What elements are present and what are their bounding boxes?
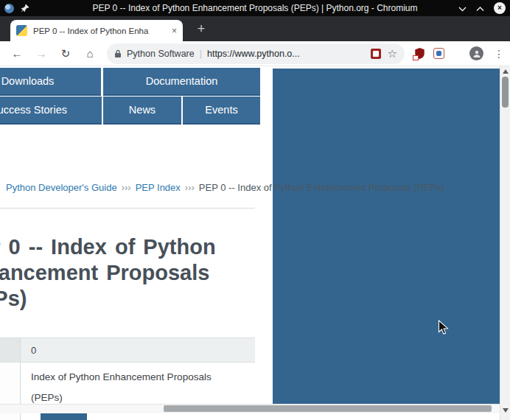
bookmark-star-icon[interactable]: ☆	[388, 47, 397, 60]
lock-icon[interactable]	[114, 49, 122, 58]
nav-dropdown-panel	[273, 69, 500, 404]
table-row: 0	[0, 337, 255, 363]
close-button[interactable]: ×	[494, 2, 506, 14]
new-tab-button[interactable]: +	[193, 21, 209, 38]
url-text[interactable]: https://www.python.o...	[207, 49, 366, 59]
nav-label: Success Stories	[0, 104, 67, 116]
profile-avatar[interactable]	[469, 46, 483, 60]
reload-button[interactable]: ↻	[58, 47, 73, 60]
nav-item-downloads[interactable]: Downloads	[0, 68, 101, 96]
window-title: PEP 0 -- Index of Python Enhancement Pro…	[0, 0, 510, 16]
nav-item-documentation[interactable]: Documentation	[103, 68, 260, 96]
tab-close-icon[interactable]: ×	[172, 26, 177, 36]
table-cell-pep-number: 0	[31, 345, 36, 356]
page-viewport: Downloads Documentation Success Stories …	[0, 66, 500, 420]
browser-tab[interactable]: PEP 0 -- Index of Python Enha ×	[10, 20, 183, 41]
table-left-column	[0, 338, 21, 362]
partial-page-element	[41, 413, 87, 420]
browser-menu-icon[interactable]: ⋮	[494, 48, 504, 60]
nav-label: Downloads	[1, 75, 55, 87]
content-divider	[0, 208, 255, 209]
chromium-icon	[4, 4, 14, 13]
tab-title: PEP 0 -- Index of Python Enha	[33, 27, 167, 35]
horizontal-scrollbar-thumb[interactable]	[164, 405, 492, 412]
minimize-button[interactable]	[458, 1, 467, 15]
vertical-scrollbar[interactable]	[500, 66, 510, 420]
tab-strip: PEP 0 -- Index of Python Enha × +	[0, 16, 510, 41]
breadcrumb: Python Developer's Guide›››PEP Index›››P…	[6, 182, 444, 193]
nav-label: News	[129, 104, 156, 116]
forward-button[interactable]: →	[34, 47, 49, 60]
window-titlebar[interactable]: PEP 0 -- Index of Python Enhancement Pro…	[0, 0, 510, 16]
extension-icon-2[interactable]	[433, 48, 444, 59]
mouse-cursor-icon	[438, 320, 450, 339]
omnibox-separator: |	[200, 49, 202, 59]
breadcrumb-link-dev-guide[interactable]: Python Developer's Guide	[6, 182, 117, 193]
back-button[interactable]: ←	[10, 47, 24, 60]
horizontal-scrollbar[interactable]	[0, 404, 500, 413]
site-identity: Python Software	[127, 49, 195, 59]
nav-label: Events	[205, 104, 237, 116]
pin-icon[interactable]	[21, 4, 29, 13]
nav-label: Documentation	[146, 75, 218, 87]
extension-shield-icon[interactable]	[413, 47, 426, 60]
address-bar[interactable]: Python Software | https://www.python.o..…	[107, 43, 405, 64]
nav-item-success-stories[interactable]: Success Stories	[0, 97, 102, 125]
vertical-scrollbar-thumb[interactable]	[502, 77, 509, 108]
breadcrumb-current: PEP 0 -- Index of Python Enhancement Pro…	[199, 182, 444, 193]
browser-toolbar: ← → ↻ ⌂ Python Software | https://www.py…	[0, 41, 510, 66]
breadcrumb-separator: ›››	[122, 182, 131, 193]
python-favicon	[16, 25, 27, 36]
maximize-button[interactable]	[476, 1, 484, 15]
home-button[interactable]: ⌂	[83, 47, 97, 60]
extension-badge	[413, 55, 419, 60]
scroll-down-arrow-icon[interactable]	[503, 408, 509, 413]
scroll-up-arrow-icon[interactable]	[503, 69, 509, 74]
breadcrumb-separator: ›››	[185, 182, 195, 193]
nav-item-news[interactable]: News	[103, 97, 181, 125]
breadcrumb-link-pep-index[interactable]: PEP Index	[136, 182, 181, 193]
browser-window: PEP 0 -- Index of Python Enhancement Pro…	[0, 0, 510, 420]
nav-item-events[interactable]: Events	[183, 97, 260, 125]
page-action-icon[interactable]	[371, 49, 381, 59]
table-cell-pep-title: Index of Python Enhancement Proposals (P…	[31, 367, 224, 408]
page-title: PEP 0 -- Index of Python Enhancement Pro…	[0, 234, 257, 312]
